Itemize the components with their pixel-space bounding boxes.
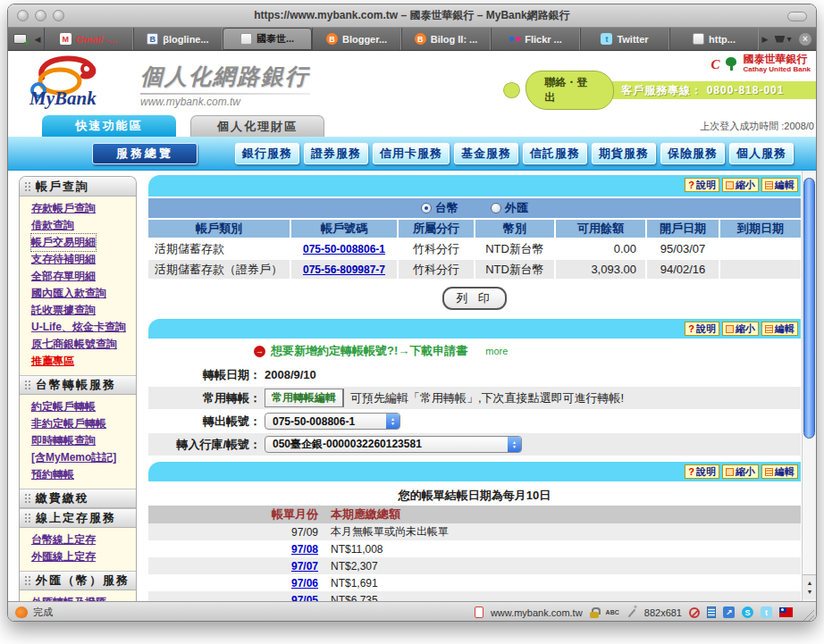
sidebar-item-inward-remittance[interactable]: 國內匯入款查詢 <box>31 285 136 302</box>
mybank-logo[interactable]: MyBank <box>8 51 140 113</box>
nav-banking-button[interactable]: 銀行服務 <box>235 143 299 164</box>
radio-twd-label: 台幣 <box>435 200 458 216</box>
launch-icon[interactable]: ↗ <box>723 606 735 618</box>
sidebar-item-instant-transfer-inquiry[interactable]: 即時轉帳查詢 <box>31 432 136 449</box>
contact-logout-link[interactable]: 聯絡・登出 <box>526 71 614 110</box>
radio-fx[interactable]: 外匯 <box>491 200 528 216</box>
window-titlebar[interactable]: https://www.mybank.com.tw – 國泰世華銀行 – MyB… <box>8 4 816 28</box>
site-url: www.mybank.com.tw <box>140 96 310 108</box>
screen: https://www.mybank.com.tw – 國泰世華銀行 – MyB… <box>0 0 824 644</box>
service-overview-button[interactable]: 服務總覽 <box>92 143 198 164</box>
transfer-out-account-select[interactable]: 075-50-008806-1 ▲▼ <box>265 413 400 430</box>
currency: NTD新台幣 <box>475 239 554 258</box>
tab-gmail[interactable]: M Gmail -... <box>44 28 133 50</box>
tab-twitter[interactable]: t Twitter <box>580 28 669 50</box>
edit-button[interactable]: 編輯 <box>761 178 798 192</box>
nav-funds-button[interactable]: 基金服務 <box>454 143 518 164</box>
close-tab-button[interactable]: × <box>795 28 816 50</box>
nav-trust-button[interactable]: 信託服務 <box>523 143 587 164</box>
bill-month-link[interactable]: 97/07 <box>291 560 318 573</box>
bank-header: MyBank 個人化網路銀行 www.mybank.com.tw C 國泰世華銀… <box>8 51 816 113</box>
sidebar-item-recommend-zone[interactable]: 推薦專區 <box>31 353 136 370</box>
shrink-label: 縮小 <box>736 179 755 192</box>
tab-mybank-active[interactable]: 國泰世... <box>223 28 312 50</box>
print-button[interactable]: 列 印 <box>442 287 507 310</box>
edit-button[interactable]: 編輯 <box>761 322 798 336</box>
nav-securities-button[interactable]: 證券服務 <box>304 143 368 164</box>
sidebar-section-bill-tax[interactable]: 繳費繳稅 <box>20 489 136 508</box>
twitter-bird-icon[interactable]: t <box>761 606 772 618</box>
notebook-icon[interactable] <box>707 606 716 618</box>
more-link[interactable]: more <box>485 346 508 356</box>
sidebar-item-loan-inquiry[interactable]: 借款查詢 <box>31 217 136 234</box>
bill-amount: 本月無帳單或尚未出帳單 <box>318 524 449 539</box>
tab-scroll-right-icon[interactable]: ▶ <box>759 28 771 50</box>
help-button[interactable]: ?說明 <box>685 464 719 479</box>
window-resolution: 882x681 <box>644 607 682 618</box>
sidebar-item-fx-online-deposit[interactable]: 外匯線上定存 <box>31 548 136 565</box>
scroll-up-icon[interactable]: ▲ <box>807 580 813 586</box>
sidebar-section-fx-service[interactable]: 外匯（幣）服務 <box>20 571 136 590</box>
frequent-transfer-edit-button[interactable]: 常用轉帳編輯 <box>265 389 344 407</box>
sidebar-item-twd-online-deposit[interactable]: 台幣線上定存 <box>31 531 136 548</box>
status-text: 完成 <box>33 606 53 619</box>
tab-bloglines[interactable]: B βlogline... <box>133 28 223 50</box>
radio-twd[interactable]: 台幣 <box>421 200 458 216</box>
sidebar-section-online-deposit[interactable]: 線上定存服務 <box>20 508 136 528</box>
wand-icon[interactable] <box>626 607 637 618</box>
sidebar-item-ulife-card[interactable]: U-Life、炫金卡查詢 <box>31 319 136 336</box>
help-button[interactable]: ?說明 <box>685 322 719 336</box>
tab-quick-function-zone[interactable]: 快速功能區 <box>42 115 176 137</box>
sidebar-item-deposit-inquiry[interactable]: 存款帳戶查詢 <box>31 200 136 217</box>
bill-month-link[interactable]: 97/08 <box>291 543 318 556</box>
transfer-in-account-select[interactable]: 050臺企銀-0000032260123581 ▲▼ <box>265 436 522 453</box>
section-title: 台幣轉帳服務 <box>36 377 116 393</box>
nav-futures-button[interactable]: 期貨服務 <box>592 143 656 164</box>
shrink-button[interactable]: 縮小 <box>722 322 759 336</box>
bill-month-link[interactable]: 97/05 <box>291 594 318 602</box>
tab-scroll-left-icon[interactable]: ◀ <box>31 28 44 50</box>
scrollbar-thumb[interactable] <box>803 178 815 439</box>
account-number-link[interactable]: 075-50-008806-1 <box>303 243 385 255</box>
adblock-icon[interactable] <box>689 607 700 618</box>
scroll-down-icon[interactable]: ▼ <box>807 589 813 595</box>
sidebar-item-collection-bills[interactable]: 託收票據查詢 <box>31 302 136 319</box>
bill-month-link[interactable]: 97/06 <box>291 577 318 590</box>
account-number-link[interactable]: 075-56-809987-7 <box>303 263 385 276</box>
spellcheck-icon[interactable]: ABC <box>606 609 619 615</box>
col-branch: 所屬分行 <box>399 220 474 238</box>
tab-blogger[interactable]: B Blogger... <box>312 28 401 50</box>
sidebar-section-account-inquiry[interactable]: 帳戶查詢 <box>20 177 136 197</box>
sidebar-item-scheduled-transfer[interactable]: 預約轉帳 <box>31 466 136 483</box>
skype-icon[interactable]: S <box>742 606 753 618</box>
shrink-button[interactable]: 縮小 <box>722 464 759 479</box>
shrink-button[interactable]: 縮小 <box>722 178 759 192</box>
taiwan-flag-icon[interactable] <box>779 607 793 617</box>
edit-button[interactable]: 編輯 <box>761 464 798 479</box>
clipboard-icon[interactable] <box>475 606 483 618</box>
sidebar-section-twd-transfer[interactable]: 台幣轉帳服務 <box>20 375 136 395</box>
transfer-date-value: 2008/9/10 <box>265 368 316 381</box>
stepper-icon: ▲▼ <box>386 413 399 430</box>
tab-bilog[interactable]: B Bilog II: ... <box>401 28 491 50</box>
nav-personal-button[interactable]: 個人服務 <box>729 143 794 164</box>
help-button[interactable]: ?說明 <box>685 178 719 192</box>
tab-flickr[interactable]: Flickr ... <box>491 28 580 50</box>
sidebar-item-designated-transfer[interactable]: 約定帳戶轉帳 <box>31 398 136 415</box>
tab-personal-finance-zone[interactable]: 個人化理財區 <box>190 115 324 137</box>
nav-creditcard-button[interactable]: 信用卡服務 <box>373 143 450 164</box>
download-application-link[interactable]: 想要新增約定轉帳帳號?!→下載申請書 <box>271 343 467 359</box>
sidebar-item-mymemo-note[interactable]: [含MyMemo註記] <box>31 449 136 466</box>
sidebar-item-legacy-account[interactable]: 原七商銀帳號查詢 <box>31 336 136 353</box>
vertical-scrollbar[interactable]: ▲ ▼ <box>802 171 816 601</box>
new-tab-button[interactable] <box>8 28 31 50</box>
toolbar-toggle-button[interactable] <box>787 12 807 21</box>
tab-list-icon[interactable]: ▾ <box>771 28 795 50</box>
sidebar-item-transaction-detail[interactable]: 帳戶交易明細 <box>31 234 96 251</box>
sidebar-item-fx-transfer[interactable]: 外匯轉帳及撥匯 <box>31 594 136 601</box>
tab-http[interactable]: http... <box>669 28 759 50</box>
sidebar-item-nondesignated-transfer[interactable]: 非約定帳戶轉帳 <box>31 415 136 432</box>
nav-insurance-button[interactable]: 保險服務 <box>660 143 725 164</box>
sidebar-item-check-pending[interactable]: 支存待補明細 <box>31 251 136 268</box>
sidebar-item-certificates[interactable]: 全部存單明細 <box>31 268 136 285</box>
